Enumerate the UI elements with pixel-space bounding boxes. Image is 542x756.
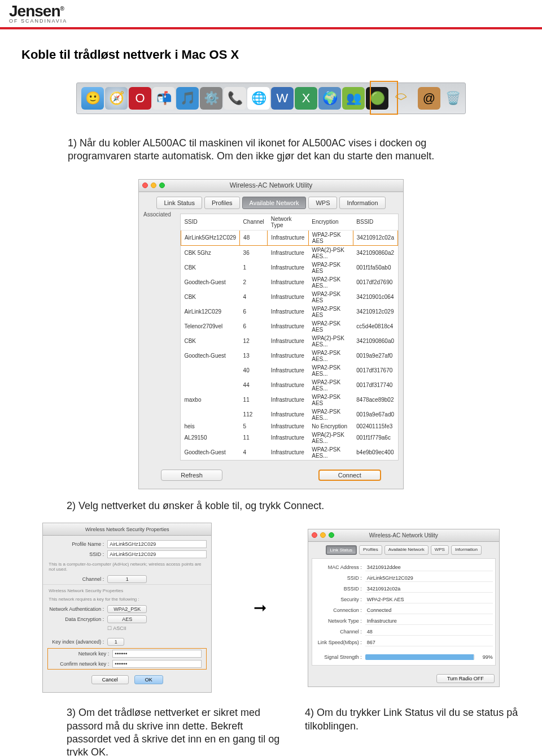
ssid-label: SSID : [47,551,104,557]
tab-bar: Link Status Profiles Available Network W… [139,192,403,209]
auth-dropdown[interactable]: WPA2_PSK [107,605,147,613]
window-title: Wireless-AC Network Utility [308,532,499,538]
confirm-key-label: Confirm network key : [53,661,109,667]
network-row[interactable]: CBK1InfrastructureWPA2-PSK AES001f1fa50a… [181,260,397,275]
channel-value: 48 [365,628,493,636]
dock-word-icon: W [271,87,294,110]
table-header-row: SSIDChannelNetwork TypeEncryptionBSSID [181,214,397,231]
connection-value: Connected [365,607,493,614]
dock-people-icon: 👥 [342,87,365,110]
network-row[interactable]: Goodtech-Guest13InfrastructureWPA2-PSK A… [181,349,397,363]
encryption-label: Data Encryption : [47,616,104,622]
turn-radio-off-button[interactable]: Turn Radio OFF [436,674,495,683]
network-row[interactable]: 40InfrastructureWPA2-PSK AES...0017df317… [181,363,397,378]
tab-information[interactable]: Information [339,197,385,209]
tab-available-network[interactable]: Available Network [242,197,307,209]
dock-mail-icon: 📬 [152,87,175,110]
tab-link-status[interactable]: Link Status [156,197,202,209]
mac-address-value: 34210912ddee [365,564,493,571]
auth-label: Network Authentication : [47,606,104,612]
dock-opera-icon: O [129,87,151,110]
ascii-checkbox-label[interactable]: ASCII [113,625,126,631]
security-heading: Wireless Network Security Properties [43,584,211,594]
mac-address-label: MAC Address : [314,564,365,570]
network-row[interactable]: heis5InfrastructureNo Encryption00240111… [181,422,397,431]
confirm-key-field[interactable]: ••••••• [112,660,202,668]
dock-finder-icon: 🙂 [81,87,104,110]
tab-available-network[interactable]: Available Network [384,545,429,555]
network-utility-window: Wireless-AC Network Utility Link Status … [138,179,404,489]
security-value: WPA2-PSK AES [365,596,493,603]
window-titlebar: Wireless-AC Network Utility [139,180,403,192]
network-row[interactable]: Telenor2709vel6InfrastructureWPA2-PSK AE… [181,319,397,334]
security-properties-dialog: Wireless Network Security Properties Pro… [42,523,212,693]
macos-dock: 🙂 🧭 O 📬 🎵 ⚙️ 📞 🌐 W X 🌍 👥 🟢 ⌔ @ 🗑️ [76,82,466,114]
network-row[interactable]: AirLink12C0296InfrastructureWPA2-PSK AES… [181,305,397,319]
dock-globe-icon: 🌍 [318,87,341,110]
link-speed-label: Link Speed(Mbps) : [314,640,365,645]
bssid-label: BSSID : [314,586,365,592]
profile-name-label: Profile Name : [47,541,104,547]
channel-label: Channel : [314,629,365,635]
tab-information[interactable]: Information [451,545,482,555]
arrow-icon: ➞ [253,598,266,617]
signal-strength-bar [365,654,475,660]
network-row[interactable]: 112InfrastructureWPA2-PSK AES...0019a9e6… [181,407,397,422]
page-title: Koble til trådløst nettverk i Mac OS X [21,47,521,62]
dock-itunes-icon: 🎵 [176,87,199,110]
dock-trash-icon: 🗑️ [442,87,464,110]
dialog-title: Wireless Network Security Properties [43,527,211,532]
ok-button[interactable]: OK [134,675,163,684]
step-3-text: 3) Om det trådløse nettverket er sikret … [67,706,282,756]
network-list-table: SSIDChannelNetwork TypeEncryptionBSSID A… [180,214,399,460]
tab-profiles[interactable]: Profiles [359,545,382,555]
window-title: Wireless-AC Network Utility [139,181,403,189]
link-speed-value: 867 [365,639,493,646]
signal-strength-value: 99% [477,654,493,660]
key-index-label: Key index (advanced) : [47,639,104,645]
refresh-button[interactable]: Refresh [161,470,222,481]
network-row[interactable]: Goodtech-Guest4InfrastructureWPA2-PSK AE… [181,445,397,460]
channel-dropdown[interactable]: 1 [107,575,147,583]
dock-excel-icon: X [295,87,317,110]
network-row[interactable]: AirLink5GHz12C02948InfrastructureWPA2-PS… [181,230,397,245]
ssid-value: AirLink5GHz12C029 [365,575,493,582]
ssid-field[interactable]: AirLink5GHz12C029 [107,550,207,558]
key-index-dropdown[interactable]: 1 [107,638,124,646]
network-row[interactable]: maxbo11InfrastructureWPA2-PSK AES8478ace… [181,393,397,407]
ssid-label: SSID : [314,575,365,581]
associated-label: Associated [139,209,176,465]
encryption-dropdown[interactable]: AES [107,615,147,623]
dock-safari-icon: 🧭 [105,87,128,110]
network-key-field[interactable]: ••••••• [112,650,202,658]
network-type-label: Network Type : [314,618,365,624]
network-row[interactable]: 44InfrastructureWPA2-PSK AES...0017df317… [181,378,397,393]
brand-header: Jensen® OF SCANDINAVIA [0,0,542,26]
dock-skype-icon: 📞 [224,87,246,110]
step-4-text: 4) Om du trykker Link Status vil du se s… [305,706,521,756]
network-row[interactable]: CBK 5Ghz36InfrastructureWPA(2)-PSK AES..… [181,245,397,260]
network-row[interactable]: CBK12InfrastructureWPA(2)-PSK AES...3421… [181,334,397,349]
network-row[interactable]: Goodtech-Guest2InfrastructureWPA2-PSK AE… [181,275,397,290]
tab-link-status[interactable]: Link Status [326,545,357,555]
adhoc-note: This is a computer-to-computer (AdHoc) n… [43,559,211,574]
network-row[interactable]: CBK4InfrastructureWPA2-PSK AES34210901c0… [181,290,397,305]
tab-wps[interactable]: WPS [431,545,449,555]
connection-label: Connection : [314,607,365,613]
profile-name-field[interactable]: AirLink5GHz12C029 [107,540,207,548]
key-required-note: This network requires a key for the foll… [43,594,211,604]
connect-button[interactable]: Connect [318,470,381,481]
tab-profiles[interactable]: Profiles [204,197,240,209]
tab-wps[interactable]: WPS [308,197,337,209]
network-row[interactable]: AL2915011InfrastructureWPA(2)-PSK AES...… [181,431,397,445]
dock-contacts-icon: @ [418,87,440,110]
signal-strength-label: Signal Strength : [314,654,365,660]
link-status-window: Wireless-AC Network Utility Link Status … [308,529,500,687]
window-titlebar: Wireless-AC Network Utility [308,529,499,542]
dock-chrome-icon: 🌐 [247,87,270,110]
step-1-text: 1) Når du kobler AL500AC til maskinen vi… [68,137,474,163]
dialog-titlebar: Wireless Network Security Properties [43,523,211,536]
cancel-button[interactable]: Cancel [91,675,129,684]
network-key-label: Network key : [53,651,109,657]
dock-gap [413,87,417,110]
